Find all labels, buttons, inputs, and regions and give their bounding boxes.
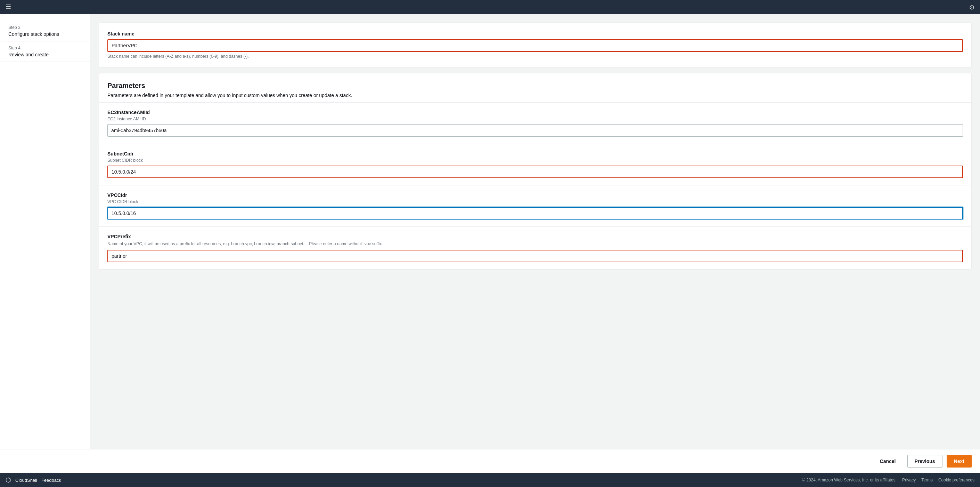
stack-name-input[interactable] bbox=[107, 39, 963, 52]
stack-name-hint: Stack name can include letters (A-Z and … bbox=[107, 54, 963, 59]
subnet-cidr-input[interactable] bbox=[107, 166, 963, 178]
vpc-cidr-input[interactable] bbox=[107, 207, 963, 219]
ec2-amiid-input[interactable] bbox=[107, 124, 963, 137]
parameters-title: Parameters bbox=[107, 82, 963, 90]
menu-icon[interactable]: ☰ bbox=[6, 3, 11, 11]
param-vpc-cidr: VPCCidr VPC CIDR block bbox=[99, 185, 971, 227]
content-area: Stack name Stack name can include letter… bbox=[91, 14, 980, 449]
ec2-amiid-desc: EC2 instance AMI ID bbox=[107, 117, 963, 121]
stack-name-card: Stack name Stack name can include letter… bbox=[99, 22, 972, 67]
parameters-desc: Parameters are defined in your template … bbox=[107, 93, 963, 98]
vpc-prefix-input[interactable] bbox=[107, 250, 963, 262]
stack-name-label: Stack name bbox=[107, 31, 963, 37]
sidebar: Step 3 Configure stack options Step 4 Re… bbox=[0, 14, 91, 449]
ec2-amiid-label: EC2InstanceAMIId bbox=[107, 110, 963, 115]
sidebar-step-4: Step 4 Review and create bbox=[0, 42, 90, 62]
next-button[interactable]: Next bbox=[947, 455, 972, 468]
bottom-bar: ⬡ CloudShell Feedback © 2024, Amazon Web… bbox=[0, 473, 980, 487]
step4-label: Step 4 bbox=[8, 46, 82, 50]
cloudshell-icon: ⬡ bbox=[6, 476, 11, 484]
vpc-prefix-desc: Name of your VPC, it will be used as a p… bbox=[107, 241, 963, 247]
footer-actions: Cancel Previous Next bbox=[0, 449, 980, 473]
param-subnet-cidr: SubnetCidr Subnet CIDR block bbox=[99, 144, 971, 185]
sidebar-step-3: Step 3 Configure stack options bbox=[0, 21, 90, 42]
settings-icon[interactable]: ⊙ bbox=[969, 3, 974, 11]
feedback-button[interactable]: Feedback bbox=[41, 477, 61, 483]
param-ec2-instance-amiid: EC2InstanceAMIId EC2 instance AMI ID bbox=[99, 103, 971, 144]
step4-title: Review and create bbox=[8, 52, 82, 57]
subnet-cidr-desc: Subnet CIDR block bbox=[107, 158, 963, 163]
step3-title: Configure stack options bbox=[8, 31, 82, 37]
bottom-bar-right: © 2024, Amazon Web Services, Inc. or its… bbox=[802, 477, 974, 482]
step3-label: Step 3 bbox=[8, 25, 82, 30]
param-vpc-prefix: VPCPrefix Name of your VPC, it will be u… bbox=[99, 227, 971, 269]
bottom-bar-left: ⬡ CloudShell Feedback bbox=[6, 476, 61, 484]
vpc-cidr-label: VPCCidr bbox=[107, 192, 963, 198]
copyright-text: © 2024, Amazon Web Services, Inc. or its… bbox=[802, 477, 897, 482]
top-navigation: ☰ bbox=[0, 0, 980, 14]
terms-link[interactable]: Terms bbox=[921, 477, 933, 482]
cloudshell-label: CloudShell bbox=[15, 477, 37, 483]
parameters-header: Parameters Parameters are defined in you… bbox=[99, 73, 971, 103]
vpc-cidr-desc: VPC CIDR block bbox=[107, 199, 963, 204]
subnet-cidr-label: SubnetCidr bbox=[107, 151, 963, 156]
privacy-link[interactable]: Privacy bbox=[902, 477, 916, 482]
cancel-button[interactable]: Cancel bbox=[873, 455, 903, 468]
vpc-prefix-label: VPCPrefix bbox=[107, 234, 963, 240]
cookie-link[interactable]: Cookie preferences bbox=[938, 477, 974, 482]
previous-button[interactable]: Previous bbox=[907, 455, 942, 468]
parameters-card: Parameters Parameters are defined in you… bbox=[99, 73, 972, 270]
